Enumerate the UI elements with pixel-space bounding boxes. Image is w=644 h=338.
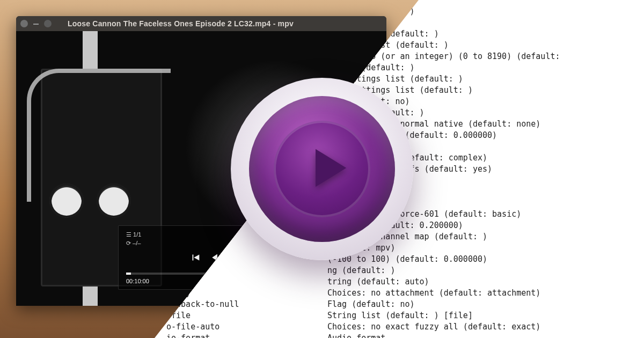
video-frame-gauge <box>49 183 84 218</box>
option-name: -file <box>166 310 327 321</box>
option-row: io-formatAudio format <box>166 333 644 338</box>
option-row: o-file-autoChoices: no exact fuzzy all (… <box>166 321 644 333</box>
option-row: -fileString list (default: ) [file] <box>166 310 644 321</box>
option-desc: String list (default: ) [file] <box>327 310 473 321</box>
option-name: io-format <box>166 333 327 338</box>
maximize-icon[interactable] <box>44 20 52 27</box>
option-desc: Audio format <box>327 333 385 338</box>
option-row: ng (default: ) <box>166 265 644 276</box>
seek-fill <box>126 273 131 275</box>
loop-text: –/– <box>133 240 141 246</box>
close-icon[interactable] <box>20 20 28 27</box>
option-row: splayChoices: no attachment (default: at… <box>166 288 644 299</box>
loop-icon[interactable]: ⟳ <box>126 240 131 246</box>
option-desc: tring (default: auto) <box>327 276 429 288</box>
play-icon <box>298 138 357 200</box>
option-row: icetring (default: auto) <box>166 276 644 288</box>
playlist-position: 1/1 <box>133 231 141 238</box>
window-title: Loose Cannon The Faceless Ones Episode 2… <box>68 19 294 28</box>
option-row: allback-to-nullFlag (default: no) <box>166 299 644 310</box>
minimize-icon[interactable] <box>33 24 39 25</box>
composite-stage: t (default: )to 16) (default: )ult: no)t… <box>0 0 644 338</box>
time-elapsed: 00:10:00 <box>126 278 149 284</box>
video-frame-pipe <box>27 69 171 202</box>
mpv-logo <box>231 78 413 260</box>
option-desc: Flag (default: no) <box>327 299 415 310</box>
playlist-icon[interactable]: ☰ <box>126 231 131 238</box>
window-titlebar[interactable]: Loose Cannon The Faceless Ones Episode 2… <box>16 16 386 31</box>
option-desc: Choices: no attachment (default: attachm… <box>327 288 540 299</box>
option-desc: ng (default: ) <box>327 265 395 276</box>
option-desc: Choices: no exact fuzzy all (default: ex… <box>327 321 540 333</box>
osc-meta: ☰ 1/1 ⟳ –/– <box>126 230 141 247</box>
prev-track-button[interactable] <box>189 252 201 265</box>
option-name: allback-to-null <box>166 299 327 310</box>
video-frame-gauge <box>97 183 131 218</box>
option-name: o-file-auto <box>166 321 327 333</box>
